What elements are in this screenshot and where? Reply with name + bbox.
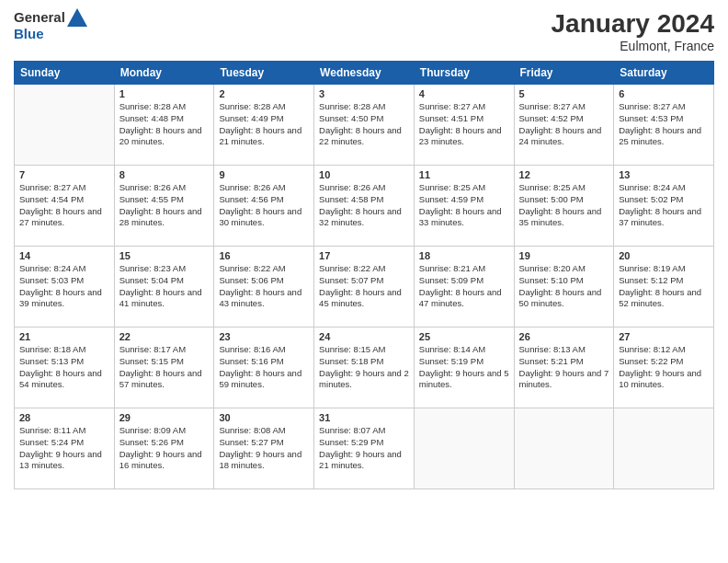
day-number: 21: [19, 331, 109, 342]
day-number: 30: [219, 412, 309, 423]
day-number: 10: [319, 169, 409, 180]
calendar-cell: 7 Sunrise: 8:27 AMSunset: 4:54 PMDayligh…: [15, 166, 115, 247]
day-number: 16: [219, 250, 309, 261]
calendar-cell: 8 Sunrise: 8:26 AMSunset: 4:55 PMDayligh…: [114, 166, 214, 247]
calendar-cell: 27 Sunrise: 8:12 AMSunset: 5:22 PMDaylig…: [614, 327, 714, 408]
day-number: 23: [219, 331, 309, 342]
day-number: 31: [319, 412, 409, 423]
calendar-cell: 3 Sunrise: 8:28 AMSunset: 4:50 PMDayligh…: [314, 85, 415, 166]
calendar-cell: 5 Sunrise: 8:27 AMSunset: 4:52 PMDayligh…: [514, 85, 614, 166]
page: General Blue January 2024 Eulmont, Franc…: [0, 0, 728, 563]
calendar-cell: [614, 408, 714, 489]
day-number: 13: [619, 169, 709, 180]
day-info: Sunrise: 8:25 AMSunset: 4:59 PMDaylight:…: [419, 182, 509, 229]
day-info: Sunrise: 8:08 AMSunset: 5:27 PMDaylight:…: [219, 425, 309, 472]
day-info: Sunrise: 8:16 AMSunset: 5:16 PMDaylight:…: [219, 344, 309, 391]
day-info: Sunrise: 8:27 AMSunset: 4:51 PMDaylight:…: [419, 101, 509, 148]
calendar-week-row: 7 Sunrise: 8:27 AMSunset: 4:54 PMDayligh…: [15, 166, 714, 247]
day-info: Sunrise: 8:23 AMSunset: 5:04 PMDaylight:…: [119, 263, 210, 310]
calendar-cell: 29 Sunrise: 8:09 AMSunset: 5:26 PMDaylig…: [114, 408, 214, 489]
month-title: January 2024: [552, 9, 714, 39]
calendar-cell: 1 Sunrise: 8:28 AMSunset: 4:48 PMDayligh…: [114, 85, 214, 166]
calendar-cell: 18 Sunrise: 8:21 AMSunset: 5:09 PMDaylig…: [414, 247, 514, 327]
location: Eulmont, France: [552, 39, 714, 53]
day-number: 22: [119, 331, 210, 342]
day-number: 14: [19, 250, 109, 261]
day-info: Sunrise: 8:25 AMSunset: 5:00 PMDaylight:…: [519, 182, 609, 229]
day-info: Sunrise: 8:07 AMSunset: 5:29 PMDaylight:…: [319, 425, 409, 472]
day-info: Sunrise: 8:12 AMSunset: 5:22 PMDaylight:…: [619, 344, 709, 391]
day-info: Sunrise: 8:28 AMSunset: 4:49 PMDaylight:…: [219, 101, 309, 148]
day-info: Sunrise: 8:13 AMSunset: 5:21 PMDaylight:…: [519, 344, 609, 391]
day-info: Sunrise: 8:28 AMSunset: 4:48 PMDaylight:…: [119, 101, 210, 148]
day-info: Sunrise: 8:26 AMSunset: 4:55 PMDaylight:…: [119, 182, 210, 229]
day-info: Sunrise: 8:15 AMSunset: 5:18 PMDaylight:…: [319, 344, 409, 391]
header-thursday: Thursday: [414, 62, 514, 85]
day-number: 19: [519, 250, 609, 261]
calendar-cell: 16 Sunrise: 8:22 AMSunset: 5:06 PMDaylig…: [214, 247, 314, 327]
day-info: Sunrise: 8:27 AMSunset: 4:54 PMDaylight:…: [19, 182, 109, 229]
header-saturday: Saturday: [614, 62, 714, 85]
calendar-cell: 22 Sunrise: 8:17 AMSunset: 5:15 PMDaylig…: [114, 327, 214, 408]
day-number: 6: [619, 88, 709, 99]
calendar-cell: 6 Sunrise: 8:27 AMSunset: 4:53 PMDayligh…: [614, 85, 714, 166]
day-number: 25: [419, 331, 509, 342]
day-number: 5: [519, 88, 609, 99]
day-number: 11: [419, 169, 509, 180]
calendar-table: Sunday Monday Tuesday Wednesday Thursday…: [14, 61, 714, 489]
day-number: 3: [319, 88, 409, 99]
day-info: Sunrise: 8:19 AMSunset: 5:12 PMDaylight:…: [619, 263, 709, 310]
day-number: 17: [319, 250, 409, 261]
calendar-cell: 23 Sunrise: 8:16 AMSunset: 5:16 PMDaylig…: [214, 327, 314, 408]
day-info: Sunrise: 8:26 AMSunset: 4:58 PMDaylight:…: [319, 182, 409, 229]
calendar-cell: 11 Sunrise: 8:25 AMSunset: 4:59 PMDaylig…: [414, 166, 514, 247]
header-wednesday: Wednesday: [314, 62, 415, 85]
calendar-cell: [514, 408, 614, 489]
calendar-cell: 21 Sunrise: 8:18 AMSunset: 5:13 PMDaylig…: [15, 327, 115, 408]
calendar-cell: [414, 408, 514, 489]
day-info: Sunrise: 8:26 AMSunset: 4:56 PMDaylight:…: [219, 182, 309, 229]
day-info: Sunrise: 8:27 AMSunset: 4:53 PMDaylight:…: [619, 101, 709, 148]
calendar-cell: 26 Sunrise: 8:13 AMSunset: 5:21 PMDaylig…: [514, 327, 614, 408]
day-info: Sunrise: 8:27 AMSunset: 4:52 PMDaylight:…: [519, 101, 609, 148]
calendar-cell: 24 Sunrise: 8:15 AMSunset: 5:18 PMDaylig…: [314, 327, 415, 408]
header-monday: Monday: [114, 62, 214, 85]
header-tuesday: Tuesday: [214, 62, 314, 85]
day-info: Sunrise: 8:22 AMSunset: 5:06 PMDaylight:…: [219, 263, 309, 310]
day-number: 4: [419, 88, 509, 99]
calendar-header-row: Sunday Monday Tuesday Wednesday Thursday…: [15, 62, 714, 85]
calendar-cell: 19 Sunrise: 8:20 AMSunset: 5:10 PMDaylig…: [514, 247, 614, 327]
day-number: 27: [619, 331, 709, 342]
calendar-cell: 13 Sunrise: 8:24 AMSunset: 5:02 PMDaylig…: [614, 166, 714, 247]
day-info: Sunrise: 8:09 AMSunset: 5:26 PMDaylight:…: [119, 425, 210, 472]
day-info: Sunrise: 8:24 AMSunset: 5:03 PMDaylight:…: [19, 263, 109, 310]
day-info: Sunrise: 8:11 AMSunset: 5:24 PMDaylight:…: [19, 425, 109, 472]
calendar-cell: 20 Sunrise: 8:19 AMSunset: 5:12 PMDaylig…: [614, 247, 714, 327]
day-number: 28: [19, 412, 109, 423]
calendar-cell: 12 Sunrise: 8:25 AMSunset: 5:00 PMDaylig…: [514, 166, 614, 247]
calendar-cell: 2 Sunrise: 8:28 AMSunset: 4:49 PMDayligh…: [214, 85, 314, 166]
calendar-cell: 30 Sunrise: 8:08 AMSunset: 5:27 PMDaylig…: [214, 408, 314, 489]
calendar-cell: 4 Sunrise: 8:27 AMSunset: 4:51 PMDayligh…: [414, 85, 514, 166]
day-info: Sunrise: 8:21 AMSunset: 5:09 PMDaylight:…: [419, 263, 509, 310]
calendar-cell: 25 Sunrise: 8:14 AMSunset: 5:19 PMDaylig…: [414, 327, 514, 408]
calendar-cell: 15 Sunrise: 8:23 AMSunset: 5:04 PMDaylig…: [114, 247, 214, 327]
day-number: 18: [419, 250, 509, 261]
calendar-week-row: 1 Sunrise: 8:28 AMSunset: 4:48 PMDayligh…: [15, 85, 714, 166]
calendar-cell: 9 Sunrise: 8:26 AMSunset: 4:56 PMDayligh…: [214, 166, 314, 247]
logo: General Blue: [14, 9, 87, 42]
day-number: 7: [19, 169, 109, 180]
calendar-cell: 28 Sunrise: 8:11 AMSunset: 5:24 PMDaylig…: [15, 408, 115, 489]
calendar-week-row: 14 Sunrise: 8:24 AMSunset: 5:03 PMDaylig…: [15, 247, 714, 327]
header: General Blue January 2024 Eulmont, Franc…: [14, 9, 714, 53]
day-number: 12: [519, 169, 609, 180]
day-info: Sunrise: 8:17 AMSunset: 5:15 PMDaylight:…: [119, 344, 210, 391]
day-info: Sunrise: 8:22 AMSunset: 5:07 PMDaylight:…: [319, 263, 409, 310]
calendar-cell: 10 Sunrise: 8:26 AMSunset: 4:58 PMDaylig…: [314, 166, 415, 247]
header-sunday: Sunday: [15, 62, 115, 85]
title-section: January 2024 Eulmont, France: [552, 9, 714, 53]
day-number: 8: [119, 169, 210, 180]
day-number: 15: [119, 250, 210, 261]
day-info: Sunrise: 8:18 AMSunset: 5:13 PMDaylight:…: [19, 344, 109, 391]
day-info: Sunrise: 8:24 AMSunset: 5:02 PMDaylight:…: [619, 182, 709, 229]
